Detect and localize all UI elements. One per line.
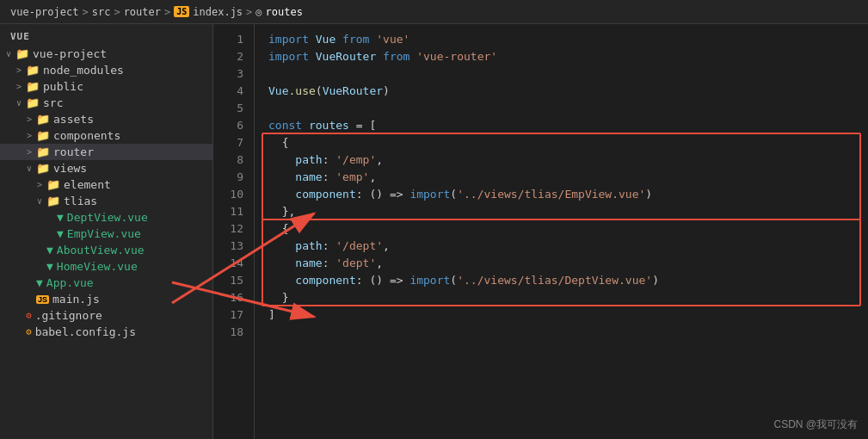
tree-item-main.js[interactable]: JSmain.js xyxy=(0,291,212,307)
code-line-4: Vue.use(VueRouter) xyxy=(268,83,868,100)
sidebar-header: VUE xyxy=(0,28,212,46)
tree-item-tlias[interactable]: ∨📁tlias xyxy=(0,193,212,209)
line-num-9: 9 xyxy=(213,169,254,186)
folder-icon: 📁 xyxy=(46,195,60,207)
arrow-icon: ∨ xyxy=(34,196,45,206)
item-label: App.vue xyxy=(46,276,94,289)
code-line-6: const routes = [ xyxy=(268,117,868,134)
line-num-12: 12 xyxy=(213,220,254,238)
line-num-7: 7 xyxy=(213,134,254,151)
tree-item-App.vue[interactable]: ▼App.vue xyxy=(0,275,212,291)
vue-icon: ▼ xyxy=(46,260,53,273)
vue-icon: ▼ xyxy=(57,227,64,240)
item-label: HomeView.vue xyxy=(57,260,138,273)
arrow-icon: > xyxy=(24,147,34,157)
code-lines: import Vue from 'vue'import VueRouter fr… xyxy=(255,24,868,439)
line-numbers: 123456789101112131415161718 xyxy=(213,24,255,439)
arrow-icon: ∨ xyxy=(24,164,34,173)
code-line-13: path: '/dept', xyxy=(268,238,868,255)
arrow-icon: ∨ xyxy=(3,49,14,59)
item-label: src xyxy=(43,96,63,109)
breadcrumb-sep4: > xyxy=(246,6,252,18)
item-label: views xyxy=(53,162,87,175)
vue-icon: ▼ xyxy=(36,276,43,289)
item-label: components xyxy=(53,129,120,142)
babel-icon: ⚙ xyxy=(26,326,32,337)
line-num-1: 1 xyxy=(213,31,254,48)
item-label: EmpView.vue xyxy=(67,227,141,240)
vue-icon: ▼ xyxy=(46,244,53,257)
tree-item-public[interactable]: >📁public xyxy=(0,78,212,95)
code-line-15: component: () => import('../views/tlias/… xyxy=(268,272,868,289)
item-label: element xyxy=(64,178,111,191)
line-num-4: 4 xyxy=(213,83,254,100)
file-tree: ∨📁vue-project>📁node_modules>📁public∨📁src… xyxy=(0,46,212,340)
code-line-1: import Vue from 'vue' xyxy=(268,31,868,48)
tree-item-views[interactable]: ∨📁views xyxy=(0,160,212,176)
js-icon: JS xyxy=(36,295,49,304)
tree-item-AboutView.vue[interactable]: ▼AboutView.vue xyxy=(0,242,212,258)
line-num-10: 10 xyxy=(213,186,254,203)
breadcrumb-sep1: > xyxy=(82,6,88,18)
code-editor[interactable]: 123456789101112131415161718 import Vue f… xyxy=(213,24,868,439)
tree-item-assets[interactable]: >📁assets xyxy=(0,111,212,127)
item-label: DeptView.vue xyxy=(67,211,148,224)
arrow-icon: > xyxy=(14,82,24,91)
line-num-18: 18 xyxy=(213,324,254,341)
tree-item-components[interactable]: >📁components xyxy=(0,127,212,144)
line-num-3: 3 xyxy=(213,65,254,83)
item-label: vue-project xyxy=(33,47,107,60)
folder-icon: 📁 xyxy=(15,47,29,60)
item-label: main.js xyxy=(52,293,100,306)
code-line-11: }, xyxy=(268,203,868,220)
code-line-10: component: () => import('../views/tlias/… xyxy=(268,186,868,203)
tree-item-HomeView.vue[interactable]: ▼HomeView.vue xyxy=(0,258,212,275)
arrow-icon: > xyxy=(24,131,34,140)
tree-item-node_modules[interactable]: >📁node_modules xyxy=(0,62,212,78)
vue-icon: ▼ xyxy=(57,211,64,224)
folder-icon: 📁 xyxy=(26,96,40,109)
tree-item-src[interactable]: ∨📁src xyxy=(0,95,212,111)
item-label: node_modules xyxy=(43,64,124,77)
breadcrumb-symbol: routes xyxy=(266,6,303,18)
item-label: babel.config.js xyxy=(35,325,136,338)
tree-item-.gitignore[interactable]: ⚙.gitignore xyxy=(0,307,212,324)
breadcrumb-sep3: > xyxy=(164,6,170,18)
code-line-8: path: '/emp', xyxy=(268,151,868,169)
arrow-icon: > xyxy=(24,114,34,124)
arrow-icon: > xyxy=(14,65,24,75)
item-label: assets xyxy=(53,113,94,126)
arrow-icon: ∨ xyxy=(14,98,24,108)
code-line-7: { xyxy=(268,134,868,151)
folder-icon: 📁 xyxy=(26,80,40,93)
line-num-5: 5 xyxy=(213,100,254,117)
tree-item-DeptView.vue[interactable]: ▼DeptView.vue xyxy=(0,209,212,226)
code-container: 123456789101112131415161718 import Vue f… xyxy=(213,24,868,439)
breadcrumb-filename: index.js xyxy=(193,6,243,18)
folder-icon: 📁 xyxy=(46,178,60,191)
item-label: router xyxy=(53,145,94,158)
item-label: tlias xyxy=(64,195,97,207)
code-line-18 xyxy=(268,324,868,341)
tree-item-babel.config.js[interactable]: ⚙babel.config.js xyxy=(0,324,212,340)
tree-item-element[interactable]: >📁element xyxy=(0,176,212,193)
git-icon: ⚙ xyxy=(26,310,32,321)
code-line-17: ] xyxy=(268,306,868,324)
code-line-9: name: 'emp', xyxy=(268,169,868,186)
breadcrumb-src: src xyxy=(92,6,111,18)
code-line-2: import VueRouter from 'vue-router' xyxy=(268,48,868,65)
watermark: CSDN @我可没有 xyxy=(773,417,858,432)
line-num-17: 17 xyxy=(213,306,254,324)
breadcrumb-router: router xyxy=(124,6,161,18)
tree-item-router[interactable]: >📁router xyxy=(0,144,212,160)
line-num-15: 15 xyxy=(213,272,254,289)
breadcrumb-js-icon: JS xyxy=(174,6,189,17)
breadcrumb-symbol-icon: ◎ xyxy=(255,6,262,18)
line-num-14: 14 xyxy=(213,255,254,272)
line-num-16: 16 xyxy=(213,289,254,306)
line-num-8: 8 xyxy=(213,151,254,169)
tree-item-vue-project[interactable]: ∨📁vue-project xyxy=(0,46,212,62)
tree-item-EmpView.vue[interactable]: ▼EmpView.vue xyxy=(0,226,212,242)
line-num-2: 2 xyxy=(213,48,254,65)
folder-icon: 📁 xyxy=(36,129,50,142)
